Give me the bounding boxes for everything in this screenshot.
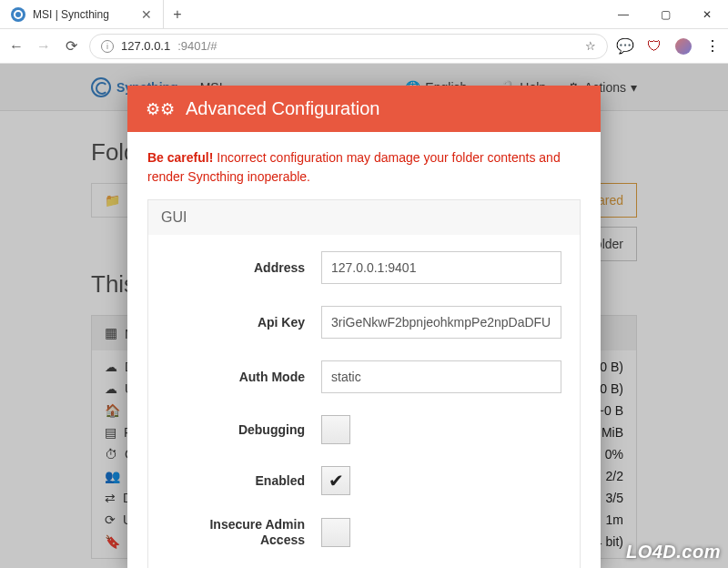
label-apikey: Api Key <box>167 315 321 330</box>
checkbox-insecure-admin[interactable] <box>321 518 350 547</box>
row-authmode: Auth Mode <box>167 360 561 393</box>
label-insecure-admin: Insecure Admin Access <box>167 517 321 548</box>
close-window-button[interactable]: ✕ <box>686 0 728 28</box>
advanced-config-modal: ⚙⚙ Advanced Configuration Be careful! In… <box>127 86 601 568</box>
gears-icon: ⚙⚙ <box>146 99 175 119</box>
browser-toolbar: ← → ⟳ i 127.0.0.1:9401/# ☆ 💬 🛡 ⋮ <box>0 29 728 64</box>
warning-bold: Be careful! <box>147 150 213 165</box>
input-address[interactable] <box>321 251 561 284</box>
browser-titlebar: MSI | Syncthing ✕ + — ▢ ✕ <box>0 0 728 29</box>
url-path: :9401/# <box>177 39 217 53</box>
input-authmode[interactable] <box>321 360 561 393</box>
close-tab-icon[interactable]: ✕ <box>141 7 152 22</box>
browser-tab[interactable]: MSI | Syncthing ✕ <box>0 0 164 28</box>
extensions-area: 💬 🛡 ⋮ <box>617 38 721 55</box>
back-button[interactable]: ← <box>7 38 25 55</box>
row-address: Address <box>167 251 561 284</box>
warning-text: Be careful! Incorrect configuration may … <box>147 148 581 187</box>
gui-section-body: Address Api Key Auth Mode Debugging Enab… <box>147 235 581 568</box>
site-info-icon[interactable]: i <box>101 40 114 53</box>
checkbox-debugging[interactable] <box>321 415 350 444</box>
new-tab-button[interactable]: + <box>164 0 191 28</box>
row-insecure-admin: Insecure Admin Access <box>167 517 561 548</box>
input-apikey[interactable] <box>321 306 561 339</box>
gui-section-header[interactable]: GUI <box>147 199 581 235</box>
ublock-icon[interactable]: 🛡 <box>646 38 662 55</box>
bookmark-star-icon[interactable]: ☆ <box>585 39 596 53</box>
browser-menu-icon[interactable]: ⋮ <box>704 38 721 55</box>
check-icon: ✔ <box>329 470 344 492</box>
profile-avatar[interactable] <box>675 38 692 55</box>
modal-title: Advanced Configuration <box>186 98 379 119</box>
row-debugging: Debugging <box>167 415 561 444</box>
maximize-button[interactable]: ▢ <box>644 0 686 28</box>
label-enabled: Enabled <box>167 473 321 489</box>
label-debugging: Debugging <box>167 422 321 438</box>
url-host: 127.0.0.1 <box>121 39 170 53</box>
label-address: Address <box>167 260 321 276</box>
tab-favicon <box>11 7 25 22</box>
row-apikey: Api Key <box>167 306 561 339</box>
checkbox-enabled[interactable]: ✔ <box>321 466 350 495</box>
window-controls: — ▢ ✕ <box>602 0 728 28</box>
reload-button[interactable]: ⟳ <box>62 37 80 55</box>
forward-button[interactable]: → <box>35 38 53 55</box>
row-enabled: Enabled ✔ <box>167 466 561 495</box>
label-authmode: Auth Mode <box>167 370 321 385</box>
modal-header: ⚙⚙ Advanced Configuration <box>127 86 601 132</box>
minimize-button[interactable]: — <box>602 0 644 28</box>
tab-title: MSI | Syncthing <box>33 8 109 21</box>
address-bar[interactable]: i 127.0.0.1:9401/# ☆ <box>89 34 608 59</box>
chat-extension-icon[interactable]: 💬 <box>617 38 633 55</box>
